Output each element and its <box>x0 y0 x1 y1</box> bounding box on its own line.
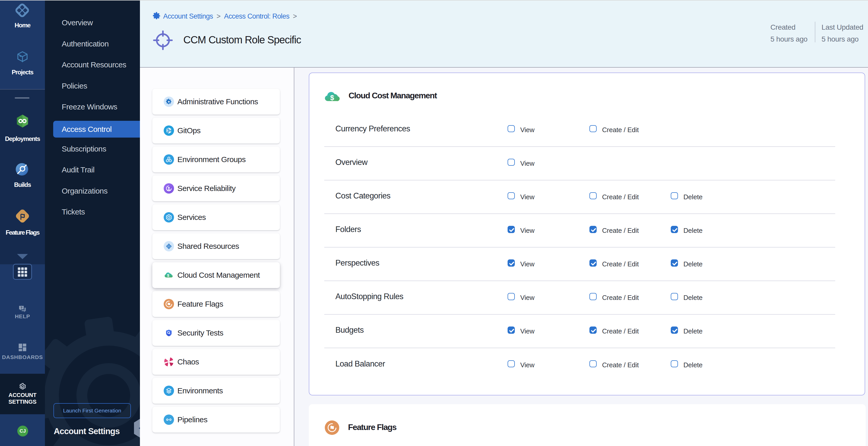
svg-text:?: ? <box>21 306 22 310</box>
svg-text:$: $ <box>167 273 169 278</box>
svg-text:$: $ <box>330 94 334 102</box>
